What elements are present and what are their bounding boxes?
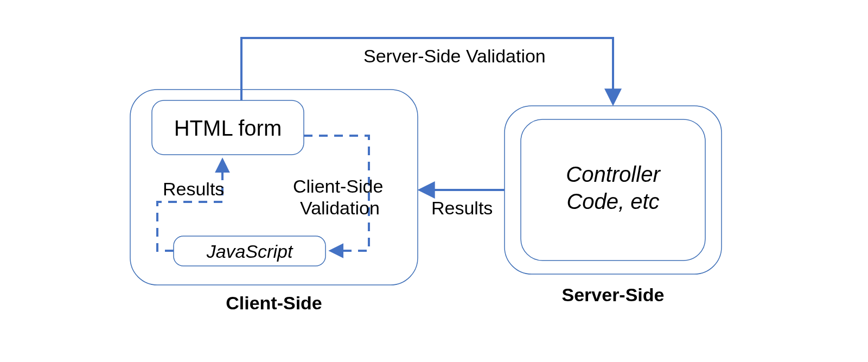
label-results-right: Results: [431, 198, 493, 218]
label-server-side-validation: Server-Side Validation: [363, 46, 546, 66]
client-side-title: Client-Side: [226, 293, 322, 313]
html-form-label: HTML form: [174, 116, 282, 140]
controller-label-line1: Controller: [566, 162, 661, 186]
validation-flow-diagram: Client-Side HTML form JavaScript Server-…: [0, 0, 868, 362]
label-client-side-validation-1: Client-Side: [293, 176, 383, 196]
javascript-label: JavaScript: [206, 241, 293, 262]
label-client-side-validation-2: Validation: [300, 198, 380, 218]
server-side-title: Server-Side: [562, 284, 665, 305]
arrow-results-left: [157, 160, 222, 251]
server-side-group: Server-Side Controller Code, etc: [505, 106, 722, 305]
controller-label-line2: Code, etc: [566, 189, 659, 213]
label-results-left: Results: [163, 179, 224, 199]
